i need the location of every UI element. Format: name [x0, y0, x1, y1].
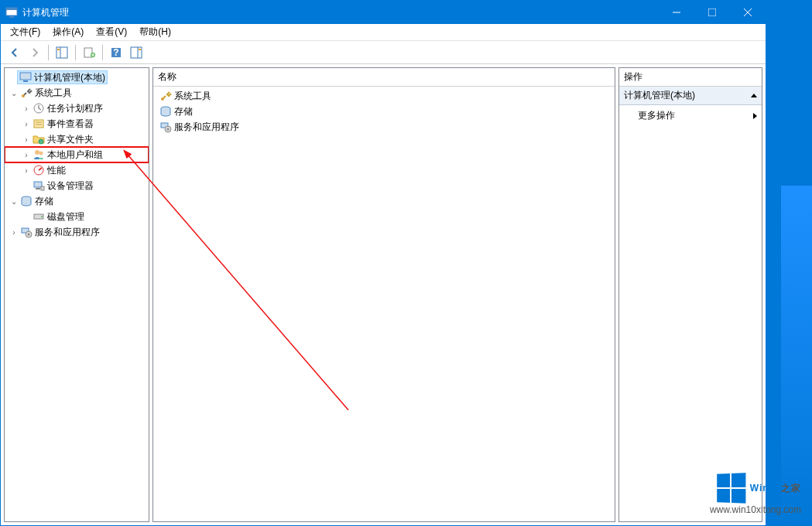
- svg-rect-18: [23, 80, 28, 82]
- action-more[interactable]: 更多操作: [619, 105, 762, 126]
- list-item-label: 系统工具: [174, 90, 211, 103]
- tree-label: 性能: [47, 164, 66, 177]
- tree-task-scheduler[interactable]: › 任务计划程序: [5, 101, 149, 116]
- svg-rect-21: [34, 120, 43, 128]
- minimize-button[interactable]: [659, 1, 694, 24]
- titlebar[interactable]: 计算机管理: [1, 1, 766, 24]
- tree-label: 服务和应用程序: [35, 226, 100, 239]
- menu-action[interactable]: 操作(A): [46, 24, 90, 40]
- action-group-header[interactable]: 计算机管理(本地): [619, 87, 762, 105]
- list-body: 系统工具 存储 服务和应用程序: [153, 87, 615, 136]
- list-item[interactable]: 存储: [156, 104, 612, 119]
- collapse-icon: [751, 94, 757, 97]
- chevron-right-icon: [753, 113, 757, 119]
- toolbar: ?: [1, 41, 766, 64]
- tree-label: 存储: [35, 195, 53, 208]
- windows-logo-icon: [717, 473, 745, 504]
- toolbar-separator: [75, 45, 76, 60]
- expander-icon[interactable]: [5, 71, 17, 84]
- list-pane[interactable]: 名称 系统工具 存储 服务和应用程序: [152, 67, 615, 522]
- tools-icon: [20, 87, 33, 99]
- svg-rect-29: [36, 188, 40, 190]
- tree-label: 计算机管理(本地): [34, 71, 105, 84]
- tree-label: 磁盘管理: [47, 210, 84, 224]
- action-header-label: 操作: [624, 70, 642, 84]
- svg-point-41: [167, 128, 170, 131]
- action-pane-header: 操作: [619, 68, 762, 87]
- tree-performance[interactable]: › 性能: [5, 162, 149, 178]
- computer-management-window: 计算机管理 文件(F) 操作(A) 查看(V) 帮助(H) ?: [0, 0, 766, 526]
- close-button[interactable]: [730, 1, 766, 24]
- svg-rect-9: [57, 49, 60, 50]
- tree-device-manager[interactable]: 设备管理器: [5, 178, 149, 193]
- tree-pane[interactable]: 计算机管理(本地) ⌄ 系统工具 › 任务计划程序 ›: [4, 67, 149, 522]
- list-item[interactable]: 服务和应用程序: [156, 119, 612, 135]
- expander-expand-icon[interactable]: ›: [20, 164, 33, 176]
- action-item-label: 更多操作: [638, 109, 675, 122]
- device-icon: [33, 179, 45, 192]
- svg-point-25: [35, 150, 39, 155]
- tree-label: 系统工具: [35, 87, 72, 100]
- toolbar-separator: [48, 45, 49, 60]
- tools-icon: [159, 90, 172, 102]
- tree-label: 共享文件夹: [47, 133, 94, 146]
- svg-rect-1: [6, 8, 17, 10]
- watermark-suffix: 之家: [781, 483, 801, 494]
- svg-rect-16: [139, 49, 141, 50]
- event-icon: [33, 118, 45, 130]
- watermark-brand: Win10: [750, 483, 781, 494]
- tree-root[interactable]: 计算机管理(本地): [5, 70, 149, 85]
- tree-label: 任务计划程序: [47, 102, 103, 115]
- tree-label: 设备管理器: [47, 179, 94, 193]
- shared-folder-icon: [33, 133, 45, 145]
- users-icon: [33, 149, 45, 161]
- expander-collapse-icon[interactable]: ⌄: [8, 195, 20, 207]
- maximize-button[interactable]: [694, 1, 730, 24]
- expander-collapse-icon[interactable]: ⌄: [8, 87, 20, 99]
- tree-local-users-groups[interactable]: › 本地用户和组: [5, 147, 149, 162]
- storage-icon: [159, 105, 172, 118]
- expander-expand-icon[interactable]: ›: [20, 133, 33, 145]
- computer-icon: [19, 71, 32, 84]
- toolbar-separator: [102, 45, 103, 60]
- menu-view[interactable]: 查看(V): [90, 24, 133, 40]
- svg-rect-17: [20, 73, 31, 80]
- tree-label: 事件查看器: [47, 118, 94, 131]
- svg-point-37: [161, 97, 164, 101]
- storage-icon: [20, 195, 33, 207]
- list-item-label: 服务和应用程序: [174, 121, 239, 134]
- list-column-header[interactable]: 名称: [153, 68, 615, 87]
- svg-point-24: [39, 139, 43, 144]
- expander-expand-icon[interactable]: ›: [20, 102, 33, 114]
- tree-systools[interactable]: ⌄ 系统工具: [5, 85, 149, 101]
- menubar: 文件(F) 操作(A) 查看(V) 帮助(H): [1, 24, 766, 41]
- expander-expand-icon[interactable]: ›: [20, 149, 33, 161]
- svg-point-26: [39, 152, 43, 155]
- app-icon: [5, 6, 18, 19]
- forward-button[interactable]: [26, 43, 44, 62]
- svg-point-33: [41, 216, 43, 217]
- clock-icon: [33, 102, 45, 114]
- svg-point-36: [28, 234, 30, 236]
- tree-services-apps[interactable]: › 服务和应用程序: [5, 224, 149, 240]
- svg-point-19: [22, 94, 25, 97]
- svg-rect-4: [708, 9, 716, 16]
- show-hide-tree-button[interactable]: [53, 43, 71, 62]
- tree-shared-folders[interactable]: › 共享文件夹: [5, 132, 149, 147]
- menu-file[interactable]: 文件(F): [4, 24, 46, 40]
- watermark: Win10之家 www.win10xitong.com: [710, 473, 801, 515]
- tree-event-viewer[interactable]: › 事件查看器: [5, 116, 149, 132]
- show-hide-action-button[interactable]: [127, 43, 146, 62]
- properties-button[interactable]: [80, 43, 98, 62]
- content-area: 计算机管理(本地) ⌄ 系统工具 › 任务计划程序 ›: [1, 64, 766, 525]
- svg-rect-30: [41, 186, 44, 190]
- tree-disk-management[interactable]: 磁盘管理: [5, 209, 149, 224]
- help-button[interactable]: ?: [107, 43, 125, 62]
- menu-help[interactable]: 帮助(H): [133, 24, 177, 40]
- tree-storage[interactable]: ⌄ 存储: [5, 193, 149, 209]
- performance-icon: [33, 164, 45, 176]
- list-item[interactable]: 系统工具: [156, 88, 612, 104]
- expander-expand-icon[interactable]: ›: [8, 226, 20, 238]
- expander-expand-icon[interactable]: ›: [20, 118, 33, 130]
- back-button[interactable]: [5, 43, 24, 62]
